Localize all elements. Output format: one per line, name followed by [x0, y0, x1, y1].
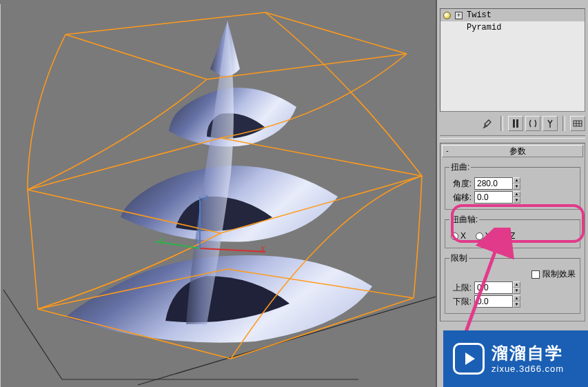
- bias-input[interactable]: [474, 191, 513, 204]
- limits-group-label: 限制: [449, 252, 469, 264]
- radio-icon: [500, 232, 508, 240]
- scene-svg: [0, 0, 436, 387]
- axis-y-radio[interactable]: Y: [476, 231, 491, 241]
- show-end-result-button[interactable]: [508, 116, 523, 131]
- rollup-toggle: -: [443, 146, 452, 156]
- upper-input[interactable]: [474, 281, 513, 294]
- twist-group: 扭曲: 角度: ▲ ▼ 偏移:: [445, 161, 580, 210]
- limit-effect-checkbox[interactable]: 限制效果: [531, 268, 576, 280]
- pin-stack-button[interactable]: [480, 116, 496, 131]
- viewport[interactable]: x y z: [0, 0, 437, 387]
- stack-label: Twist: [467, 10, 491, 20]
- watermark-logo-icon: [453, 343, 485, 375]
- radio-icon: [451, 232, 458, 240]
- upper-spinner[interactable]: ▲ ▼: [474, 281, 520, 294]
- make-unique-button[interactable]: [525, 116, 540, 131]
- angle-spinner[interactable]: ▲ ▼: [474, 177, 520, 190]
- axis-z-radio[interactable]: Z: [500, 231, 515, 241]
- spinner-down-icon[interactable]: ▼: [513, 288, 520, 294]
- angle-label: 角度:: [449, 178, 472, 190]
- limits-group: 限制 限制效果 上限: ▲ ▼: [445, 252, 580, 314]
- axis-option-label: Z: [510, 231, 515, 241]
- expand-icon[interactable]: +: [455, 12, 463, 19]
- rollup-title: 参数: [452, 146, 582, 157]
- lower-input[interactable]: [474, 295, 513, 308]
- twist-axis-group: 扭曲轴: X Y Z: [445, 214, 580, 248]
- spinner-up-icon[interactable]: ▲: [513, 191, 520, 197]
- axis-option-label: Y: [485, 231, 491, 241]
- upper-label: 上限:: [449, 282, 472, 294]
- stack-item-pyramid[interactable]: Pyramid: [440, 21, 585, 34]
- rollup-header[interactable]: - 参数: [442, 145, 583, 157]
- spinner-up-icon[interactable]: ▲: [513, 295, 520, 301]
- limit-effect-label: 限制效果: [543, 268, 576, 280]
- svg-rect-6: [513, 119, 515, 128]
- bulb-icon[interactable]: [443, 12, 451, 19]
- watermark-title: 溜溜自学: [491, 344, 564, 364]
- angle-input[interactable]: [474, 177, 513, 190]
- spinner-down-icon[interactable]: ▼: [513, 301, 520, 308]
- bias-spinner[interactable]: ▲ ▼: [474, 191, 520, 204]
- twist-group-label: 扭曲:: [449, 161, 471, 173]
- checkbox-icon: [531, 270, 540, 279]
- axis-option-label: X: [460, 231, 466, 241]
- bias-label: 偏移:: [449, 192, 472, 204]
- radio-icon: [476, 232, 483, 240]
- stack-label: Pyramid: [467, 23, 501, 32]
- remove-modifier-button[interactable]: [543, 116, 558, 131]
- twist-axis-group-label: 扭曲轴:: [449, 214, 479, 226]
- lower-spinner[interactable]: ▲ ▼: [474, 295, 520, 308]
- watermark-url: zixue.3d66.com: [491, 364, 564, 375]
- spinner-up-icon[interactable]: ▲: [513, 281, 520, 288]
- parameters-rollup: - 参数 扭曲: 角度: ▲ ▼ 偏移:: [440, 143, 585, 321]
- modifier-stack[interactable]: + Twist Pyramid: [440, 8, 585, 112]
- spinner-down-icon[interactable]: ▼: [513, 197, 520, 204]
- stack-item-twist[interactable]: + Twist: [440, 9, 585, 21]
- svg-line-0: [3, 290, 62, 379]
- spinner-down-icon[interactable]: ▼: [513, 183, 520, 190]
- lower-label: 下限:: [449, 296, 472, 308]
- stack-toolbar: [440, 115, 585, 132]
- spinner-up-icon[interactable]: ▲: [513, 177, 520, 183]
- watermark: 溜溜自学 zixue.3d66.com: [443, 330, 588, 387]
- modify-panel: + Twist Pyramid: [437, 0, 588, 387]
- svg-line-4: [155, 241, 200, 248]
- svg-rect-7: [516, 119, 518, 128]
- axis-x-radio[interactable]: X: [451, 231, 466, 241]
- configure-sets-button[interactable]: [570, 116, 585, 131]
